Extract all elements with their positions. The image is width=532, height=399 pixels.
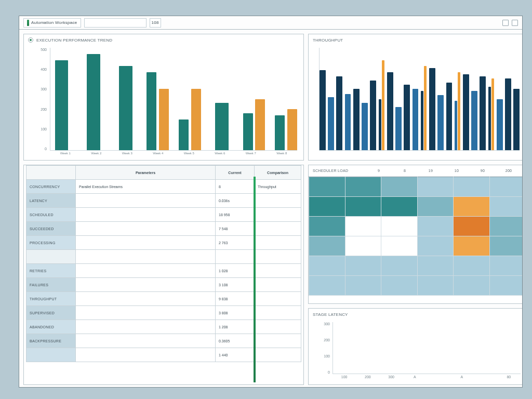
bar <box>421 48 427 150</box>
bar <box>362 48 368 150</box>
heat-cell[interactable] <box>381 177 418 197</box>
bar <box>370 48 376 150</box>
chart-left-header: Execution Performance Trend <box>24 34 303 46</box>
data-table-wrap: ParametersCurrentComparisonConcurrencyPa… <box>24 165 303 384</box>
bar-group <box>83 48 105 150</box>
app-title-box: Automation Workspace <box>23 18 81 28</box>
heatmap-panel: Scheduler Load 98191090200 <box>308 165 522 304</box>
app-icon <box>27 20 29 26</box>
heatmap-col-labels: 98191090200 <box>366 169 522 172</box>
bar-group <box>147 48 169 150</box>
chart-right-x-axis <box>319 152 520 160</box>
chart-right-area <box>309 46 522 160</box>
window-control-icon-2[interactable] <box>512 20 518 26</box>
bar <box>471 48 477 150</box>
titlebar-field-1[interactable] <box>84 18 147 28</box>
heat-cell[interactable] <box>381 197 418 217</box>
heat-cell[interactable] <box>417 197 454 217</box>
heatmap-header: Scheduler Load 98191090200 <box>309 165 522 177</box>
heat-cell[interactable] <box>309 197 345 217</box>
bar <box>387 48 393 150</box>
bar <box>455 48 461 150</box>
heatmap-title: Scheduler Load <box>313 169 348 172</box>
heat-cell[interactable] <box>417 256 454 276</box>
bar <box>379 48 385 150</box>
bar <box>497 48 503 150</box>
chart-left-area: 5004003002001000 Week 1Week 2Week 3Week … <box>24 46 303 160</box>
heat-cell[interactable] <box>417 217 454 236</box>
heat-cell[interactable] <box>345 197 381 217</box>
table-row[interactable]: Scheduled18 958 <box>26 208 301 222</box>
chart-left-panel: Execution Performance Trend 500400300200… <box>23 34 304 161</box>
bar <box>480 48 486 150</box>
heat-cell[interactable] <box>309 276 345 296</box>
heat-cell[interactable] <box>489 276 522 296</box>
heat-cell[interactable] <box>454 197 490 217</box>
table-row[interactable]: Latency0.036s <box>26 194 301 208</box>
table-row[interactable]: Backpressure0.3605 <box>26 334 301 348</box>
table-row[interactable]: Throughput9 838 <box>26 292 301 306</box>
bar <box>336 48 342 150</box>
page-code: 108 <box>150 18 161 28</box>
heat-cell[interactable] <box>489 236 522 256</box>
app-title: Automation Workspace <box>31 20 77 25</box>
bar <box>404 48 410 150</box>
heat-cell[interactable] <box>454 276 490 296</box>
table-row[interactable]: Abandoned1 208 <box>26 320 301 334</box>
heat-cell[interactable] <box>309 177 345 197</box>
bar <box>345 48 351 150</box>
bar <box>505 48 511 150</box>
bar <box>429 48 435 150</box>
bar-group <box>179 48 201 150</box>
bar-group <box>275 48 297 150</box>
chart-left-y-axis: 5004003002001000 <box>24 48 50 151</box>
bar <box>437 48 444 150</box>
heat-cell[interactable] <box>454 256 490 276</box>
heat-cell[interactable] <box>381 256 418 276</box>
bar-group <box>115 48 137 150</box>
heat-cell[interactable] <box>489 177 522 197</box>
body-grid: Execution Performance Trend 500400300200… <box>19 30 522 387</box>
heat-cell[interactable] <box>381 217 418 236</box>
table-row[interactable]: Succeeded7 548 <box>26 222 301 236</box>
small-chart-header: Stage Latency <box>309 309 522 320</box>
heat-cell[interactable] <box>309 256 345 276</box>
heat-cell[interactable] <box>417 276 454 296</box>
bar <box>413 48 419 150</box>
heat-cell[interactable] <box>381 276 418 296</box>
bar <box>395 48 402 150</box>
heat-cell[interactable] <box>381 236 418 256</box>
small-chart-x-axis: 100200300AA80 <box>332 375 521 383</box>
heat-cell[interactable] <box>489 197 522 217</box>
heat-cell[interactable] <box>345 256 381 276</box>
heat-cell[interactable] <box>309 217 345 236</box>
small-chart-title: Stage Latency <box>313 312 348 317</box>
table-row[interactable]: Retries1 028 <box>26 264 301 278</box>
radio-icon[interactable] <box>28 37 33 43</box>
heat-cell[interactable] <box>309 236 345 256</box>
window-control-icon-1[interactable] <box>502 20 509 26</box>
heat-cell[interactable] <box>454 236 490 256</box>
heat-cell[interactable] <box>345 236 381 256</box>
table-row[interactable]: Processing2 763 <box>26 236 301 250</box>
table-row[interactable] <box>26 250 301 264</box>
heat-cell[interactable] <box>417 177 454 197</box>
table-row[interactable]: 1 440 <box>26 348 301 362</box>
heat-cell[interactable] <box>345 177 381 197</box>
table-row[interactable]: Failures3 108 <box>26 278 301 292</box>
heat-cell[interactable] <box>345 217 381 236</box>
heat-cell[interactable] <box>489 217 522 236</box>
heat-cell[interactable] <box>417 236 454 256</box>
app-window: Automation Workspace 108 Execution Perfo… <box>19 16 523 388</box>
table-row[interactable]: Supervised3 808 <box>26 306 301 320</box>
table-row[interactable]: ConcurrencyParallel Execution Streams8Th… <box>26 180 301 194</box>
heat-cell[interactable] <box>489 256 522 276</box>
chart-right-panel: Throughput <box>308 34 522 161</box>
heat-cell[interactable] <box>454 177 490 197</box>
bar <box>328 48 334 150</box>
bar-group <box>211 48 233 150</box>
heat-cell[interactable] <box>345 276 381 296</box>
bar-group <box>50 48 73 150</box>
chart-right-header: Throughput <box>309 34 522 46</box>
heat-cell[interactable] <box>454 217 490 236</box>
